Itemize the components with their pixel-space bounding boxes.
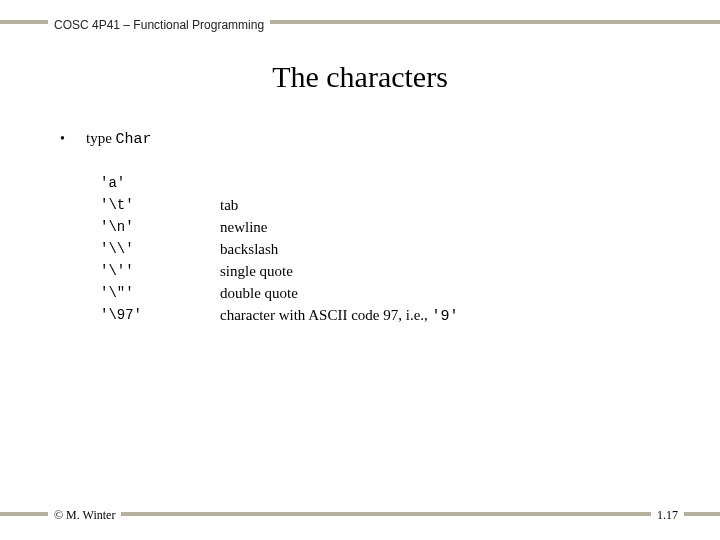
- char-row: '\97' character with ASCII code 97, i.e.…: [100, 304, 680, 328]
- type-line-row: • type Char: [60, 130, 680, 148]
- char-desc: character with ASCII code 97, i.e., '9': [220, 304, 459, 328]
- char-table: 'a' '\t' tab '\n' newline '\\' backslash…: [100, 172, 680, 328]
- footer-page-number: 1.17: [651, 508, 684, 523]
- char-row: 'a': [100, 172, 680, 194]
- char-literal: '\\': [100, 238, 220, 260]
- char-literal: '\97': [100, 304, 220, 328]
- type-name: Char: [116, 131, 152, 148]
- char-desc-text: character with ASCII code 97, i.e.,: [220, 307, 432, 323]
- char-desc: backslash: [220, 238, 278, 260]
- char-desc: newline: [220, 216, 267, 238]
- char-desc: single quote: [220, 260, 293, 282]
- char-row: '\t' tab: [100, 194, 680, 216]
- footer-copyright: © M. Winter: [48, 508, 121, 523]
- bullet-dot: •: [60, 130, 86, 148]
- course-code: COSC 4P41 – Functional Programming: [48, 17, 270, 33]
- type-line: type Char: [86, 130, 152, 148]
- header-rule: COSC 4P41 – Functional Programming: [0, 20, 720, 24]
- char-desc: double quote: [220, 282, 298, 304]
- char-literal: 'a': [100, 172, 220, 194]
- char-literal: '\"': [100, 282, 220, 304]
- char-row: '\n' newline: [100, 216, 680, 238]
- char-row: '\'' single quote: [100, 260, 680, 282]
- type-keyword: type: [86, 130, 116, 146]
- char-literal: '\n': [100, 216, 220, 238]
- char-row: '\"' double quote: [100, 282, 680, 304]
- slide-title: The characters: [0, 60, 720, 94]
- char-desc-mono: '9': [432, 308, 459, 325]
- content-area: • type Char 'a' '\t' tab '\n' newline '\…: [60, 130, 680, 328]
- char-literal: '\'': [100, 260, 220, 282]
- char-row: '\\' backslash: [100, 238, 680, 260]
- char-desc: tab: [220, 194, 238, 216]
- char-literal: '\t': [100, 194, 220, 216]
